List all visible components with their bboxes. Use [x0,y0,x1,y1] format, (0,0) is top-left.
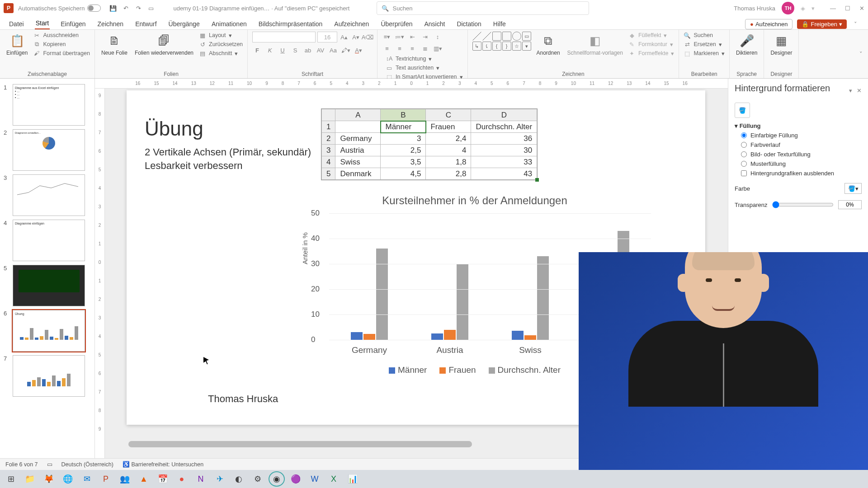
search-box[interactable]: 🔍 Suchen [377,1,589,15]
start-from-beginning-icon[interactable]: ▭ [147,4,155,12]
tab-ueberpruefen[interactable]: Überprüfen [380,19,413,29]
thumb-1[interactable]: Diagramme aus Excel einfügen• ...• ...• … [13,84,85,126]
file-explorer-icon[interactable]: 📁 [22,471,38,487]
case-icon[interactable]: Aa [328,45,338,55]
close-icon[interactable]: ✕ [859,5,864,12]
align-left-icon[interactable]: ≡ [382,43,392,53]
strike-icon[interactable]: S [290,45,300,55]
pattern-fill-radio[interactable]: Musterfüllung [741,160,862,167]
powerpoint-icon[interactable]: P [98,471,114,487]
highlight-icon[interactable]: 🖍▾ [341,45,351,55]
font-color-icon[interactable]: A▾ [354,45,363,55]
justify-icon[interactable]: ≣ [420,43,430,53]
chart-data-table[interactable]: A B C D 1 Männer Frauen Durchschn. Alter [321,108,538,180]
app-icon-3[interactable]: 🟣 [288,471,304,487]
shapes-gallery[interactable]: ▭ ↳⤹{}☆▾ [472,32,531,51]
shape-effects-button[interactable]: ✦Formeffekte ▾ [628,50,674,57]
tab-aufzeichnen[interactable]: Aufzeichnen [333,19,370,29]
paste-button[interactable]: 📋Einfügen [5,32,29,57]
teams-icon[interactable]: 👥 [117,471,133,487]
tab-datei[interactable]: Datei [8,19,25,29]
share-button[interactable]: 🔒Freigeben▾ [797,19,847,29]
select-button[interactable]: ⬚Markieren ▾ [684,50,725,57]
tab-hilfe[interactable]: Hilfe [492,19,507,29]
pane-close-icon[interactable]: ✕ [857,87,862,94]
layout-button[interactable]: ▦Layout ▾ [199,32,243,39]
font-name-input[interactable] [252,32,316,42]
undo-icon[interactable]: ↶ [122,4,130,12]
tab-start[interactable]: Start [35,18,50,29]
columns-icon[interactable]: ▥▾ [433,43,443,53]
app-icon-2[interactable]: ⚙ [250,471,266,487]
tab-zeichnen[interactable]: Zeichnen [97,19,125,29]
chrome-icon[interactable]: 🌐 [60,471,76,487]
col-d[interactable]: D [471,109,537,121]
thumb-6[interactable]: Übung [13,310,85,352]
text-direction-button[interactable]: ↕ATextrichtung ▾ [386,55,462,62]
cut-button[interactable]: ✂Ausschneiden [33,32,90,39]
bold-icon[interactable]: F [252,45,262,55]
vlc-icon[interactable]: ▲ [136,471,152,487]
increase-font-icon[interactable]: A▴ [339,32,349,42]
record-button[interactable]: ●Aufzeichnen [745,19,793,29]
autosave-switch[interactable] [87,5,101,12]
thumb-2[interactable]: Diagramm erstellen... [13,129,85,171]
tab-entwurf[interactable]: Entwurf [134,19,157,29]
calendar-icon[interactable]: 📅 [155,471,171,487]
col-b[interactable]: B [381,109,426,121]
bullets-icon[interactable]: ≡▾ [382,32,392,42]
replace-button[interactable]: ⇄Ersetzen ▾ [684,41,725,48]
redo-icon[interactable]: ↷ [134,4,142,12]
word-icon[interactable]: W [307,471,323,487]
tab-einfuegen[interactable]: Einfügen [60,19,86,29]
font-size-input[interactable]: 16 [317,32,337,42]
start-button[interactable]: ⊞ [3,471,19,487]
designer-button[interactable]: ▦Designer [769,32,794,57]
tab-ansicht[interactable]: Ansicht [423,19,446,29]
format-painter-button[interactable]: 🖌Format übertragen [33,50,90,57]
underline-icon[interactable]: U [278,45,288,55]
save-icon[interactable]: 💾 [109,4,117,12]
app-icon-1[interactable]: ◐ [231,471,247,487]
accessibility-status[interactable]: ♿ Barrierefreiheit: Untersuchen [123,461,203,468]
decrease-font-icon[interactable]: A▾ [351,32,361,42]
autosave-toggle[interactable]: Automatisches Speichern [18,5,101,12]
pane-dropdown-icon[interactable]: ▾ [849,87,852,94]
fill-color-button[interactable]: 🪣▾ [844,183,862,194]
find-button[interactable]: 🔍Suchen [684,32,725,39]
align-text-button[interactable]: ▭Text ausrichten ▾ [386,64,462,71]
spacing-icon[interactable]: AV [316,45,326,55]
shape-outline-button[interactable]: ✎Formkontur ▾ [628,41,674,48]
thumb-4[interactable]: Diagramme einfügen [13,220,85,261]
indent-icon[interactable]: ⇥ [420,32,430,42]
quick-styles-button[interactable]: ◧Schnellformat-vorlagen [566,32,625,57]
reset-button[interactable]: ↺Zurücksetzen [199,41,243,48]
align-right-icon[interactable]: ≡ [407,43,417,53]
tab-uebergaenge[interactable]: Übergänge [168,19,201,29]
coming-soon-icon[interactable]: ◈ [801,5,805,12]
thumb-7[interactable] [13,355,85,397]
dedent-icon[interactable]: ⇤ [407,32,417,42]
col-c[interactable]: C [426,109,471,121]
section-button[interactable]: ▤Abschnitt ▾ [199,50,243,57]
col-a[interactable]: A [335,109,381,121]
user-avatar[interactable]: TH [782,2,794,14]
slide-counter[interactable]: Folie 6 von 7 [5,461,38,468]
copy-button[interactable]: ⧉Kopieren [33,41,90,48]
tab-dictation[interactable]: Dictation [456,19,482,29]
arrange-button[interactable]: ⧉Anordnen [535,32,562,57]
todo-icon[interactable]: ● [174,471,190,487]
collapse-ribbon-icon[interactable]: ˅ [854,21,857,28]
thumb-3[interactable] [13,174,85,216]
notes-icon[interactable]: ▭ [47,461,52,468]
language-status[interactable]: Deutsch (Österreich) [61,461,113,468]
outlook-icon[interactable]: ✉ [79,471,95,487]
dictate-button[interactable]: 🎤Diktieren [734,32,759,57]
transparency-slider[interactable] [772,201,834,208]
numbering-icon[interactable]: ≔▾ [395,32,405,42]
thumb-5[interactable] [13,265,85,306]
line-spacing-icon[interactable]: ↕ [433,32,443,42]
telegram-icon[interactable]: ✈ [212,471,228,487]
italic-icon[interactable]: K [265,45,275,55]
minimize-icon[interactable]: — [830,5,836,12]
